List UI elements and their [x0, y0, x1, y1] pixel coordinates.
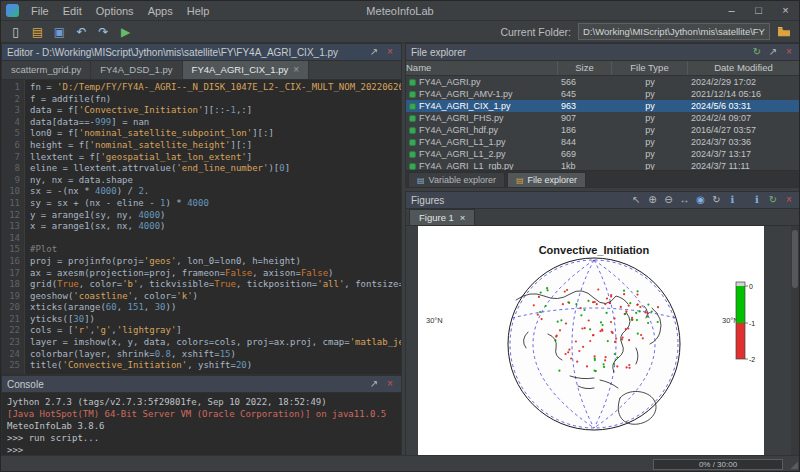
meteoinfolab-window: FileEditOptionsAppsHelp MeteoInfoLab – □…: [0, 0, 800, 472]
table-row[interactable]: FY4A_AGRI_L1_1.py844py2024/3/7 03:36: [406, 136, 800, 148]
tab-variable-explorer[interactable]: ▤Variable explorer: [408, 172, 505, 187]
close-icon[interactable]: ×: [293, 61, 299, 79]
code-line: height = f['nominal_satellite_height'][:…: [30, 140, 401, 152]
console-panel: Console ↗× Jython 2.7.3 (tags/v2.7.3:5f2…: [1, 375, 402, 457]
undo-icon[interactable]: ↶: [72, 23, 91, 41]
map-figure: Convective_Initiation: [418, 226, 764, 458]
file-date-cell: 2024/2/4 09:07: [688, 112, 800, 124]
file-date-cell: 2024/5/6 03:31: [688, 100, 800, 112]
colorbar: 0 -1 -2: [736, 282, 755, 363]
menu-help[interactable]: Help: [180, 5, 217, 17]
table-row[interactable]: FY4A_AGRI_AMV-1.py645py2021/12/14 05:16: [406, 88, 800, 100]
py-file-icon: [409, 115, 416, 122]
editor-tab[interactable]: FY4A_DSD_1.py: [91, 61, 182, 79]
status-bar: 0% / 30:00 ◢: [1, 455, 799, 471]
figures-scrollbar[interactable]: [791, 226, 799, 456]
table-row[interactable]: FY4A_AGRI_L1_rgb.py1kbpy2024/3/7 11:11: [406, 160, 800, 170]
colorbar-label-2: -2: [749, 356, 755, 363]
line-number: 21: [2, 314, 20, 326]
figure-tabbar: Figure 1 ×: [406, 209, 800, 226]
select-icon[interactable]: ↖: [630, 192, 643, 208]
resize-grip[interactable]: ◢: [790, 459, 798, 471]
close-icon[interactable]: ×: [460, 212, 466, 223]
editor-tab-label: FY4A_AGRI_CIX_1.py: [192, 61, 289, 79]
line-number: 11: [2, 198, 20, 210]
line-number: 23: [2, 337, 20, 349]
new-file-icon[interactable]: ▯: [6, 23, 25, 41]
menu-apps[interactable]: Apps: [141, 5, 180, 17]
file-name: FY4A_AGRI_FHS.py: [419, 112, 504, 124]
run-script-icon[interactable]: ▶: [116, 23, 135, 41]
column-header-name[interactable]: Name: [406, 61, 558, 75]
save-icon[interactable]: ▣: [50, 23, 69, 41]
table-row[interactable]: FY4A_AGRI_L1_2.py669py2024/3/7 13:17: [406, 148, 800, 160]
minimize-button[interactable]: –: [718, 1, 745, 21]
line-number: 6: [2, 140, 20, 152]
chevron-down-icon[interactable]: ▼: [765, 27, 770, 36]
code-line: ax = axesm(projection=proj, frameon=Fals…: [30, 268, 401, 280]
editor-panel-title: Editor - D:\Working\MIScript\Jython\mis\…: [7, 47, 338, 58]
figure-canvas[interactable]: Convective_Initiation: [418, 226, 764, 458]
column-header-size[interactable]: Size: [558, 61, 612, 75]
close-icon[interactable]: ×: [783, 192, 795, 208]
close-icon[interactable]: ×: [783, 44, 795, 60]
refresh-icon[interactable]: ↻: [767, 192, 779, 208]
file-date-cell: 2021/12/14 05:16: [688, 88, 800, 100]
figure-tab[interactable]: Figure 1 ×: [409, 209, 475, 225]
tab-file-explorer[interactable]: ▤File explorer: [507, 172, 586, 187]
close-icon[interactable]: ×: [384, 376, 396, 392]
line-number: 16: [2, 256, 20, 268]
code-line: f = addfile(fn): [30, 94, 401, 106]
column-header-date-modified[interactable]: Date Modified: [688, 61, 800, 75]
maximize-button[interactable]: □: [745, 1, 772, 21]
redo-icon[interactable]: ↷: [94, 23, 113, 41]
zoom-in-icon[interactable]: ⊕: [646, 192, 659, 208]
float-icon[interactable]: ↗: [368, 44, 380, 60]
editor-tab[interactable]: FY4A_AGRI_CIX_1.py×: [183, 61, 309, 79]
code-line: ny, nx = data.shape: [30, 175, 401, 187]
py-file-icon: [409, 127, 416, 134]
table-row[interactable]: FY4A_AGRI_CIX_1.py963py2024/5/6 03:31: [406, 100, 800, 112]
file-date-cell: 2024/3/7 13:17: [688, 148, 800, 160]
table-row[interactable]: FY4A_AGRI_hdf.py186py2016/4/27 03:57: [406, 124, 800, 136]
full-extent-icon[interactable]: ◉: [694, 192, 707, 208]
zoom-out-icon[interactable]: ⊖: [662, 192, 675, 208]
refresh-icon[interactable]: ↻: [751, 44, 763, 60]
browse-folder-button[interactable]: [773, 23, 794, 41]
close-button[interactable]: ×: [772, 1, 799, 21]
file-table-header: NameSizeFile TypeDate Modified: [406, 61, 800, 76]
menu-edit[interactable]: Edit: [56, 5, 89, 17]
window-controls: – □ ×: [718, 1, 799, 21]
pan-icon[interactable]: ↔: [678, 192, 691, 208]
current-folder-label: Current Folder:: [500, 26, 575, 38]
info-icon[interactable]: ℹ: [751, 192, 763, 208]
file-date-cell: 2024/3/7 11:11: [688, 160, 800, 170]
line-number: 24: [2, 349, 20, 361]
line-number: 5: [2, 128, 20, 140]
console-output[interactable]: Jython 2.7.3 (tags/v2.7.3:5f29801fe, Sep…: [2, 393, 401, 456]
py-file-icon: [409, 151, 416, 158]
file-name: FY4A_AGRI.py: [419, 76, 481, 88]
table-row[interactable]: FY4A_AGRI_FHS.py907py2024/2/4 09:07: [406, 112, 800, 124]
float-icon[interactable]: ↗: [767, 44, 779, 60]
editor-tabbar: scatterm_grid.pyFY4A_DSD_1.pyFY4A_AGRI_C…: [2, 61, 401, 80]
editor-tab[interactable]: scatterm_grid.py: [2, 61, 91, 79]
rotate-icon[interactable]: ↻: [710, 192, 723, 208]
file-name-cell: FY4A_AGRI_L1_2.py: [406, 148, 558, 160]
code-editor[interactable]: 1234567891011121314151617181920212223242…: [2, 80, 401, 374]
file-explorer-panel: File explorer ↻↗× NameSizeFile TypeDate …: [405, 43, 800, 171]
current-folder-combobox[interactable]: D:\Working\MIScript\Jython\mis\satellite…: [578, 23, 770, 40]
menu-options[interactable]: Options: [89, 5, 141, 17]
file-name: FY4A_AGRI_AMV-1.py: [419, 88, 513, 100]
console-line: Jython 2.7.3 (tags/v2.7.3:5f29801fe, Sep…: [7, 396, 401, 408]
open-folder-icon[interactable]: ▤: [28, 23, 47, 41]
close-icon[interactable]: ×: [384, 44, 396, 60]
file-size-cell: 1kb: [558, 160, 612, 170]
menu-file[interactable]: File: [24, 5, 56, 17]
table-row[interactable]: FY4A_AGRI.py566py2024/2/29 17:02: [406, 76, 800, 88]
identify-icon[interactable]: ℹ: [726, 192, 739, 208]
float-icon[interactable]: ↗: [368, 376, 380, 392]
scrollbar-thumb[interactable]: [792, 230, 798, 288]
main-toolbar: ▯▤▣↶↷▶ Current Folder: D:\Working\MIScri…: [1, 21, 799, 43]
column-header-file-type[interactable]: File Type: [612, 61, 688, 75]
